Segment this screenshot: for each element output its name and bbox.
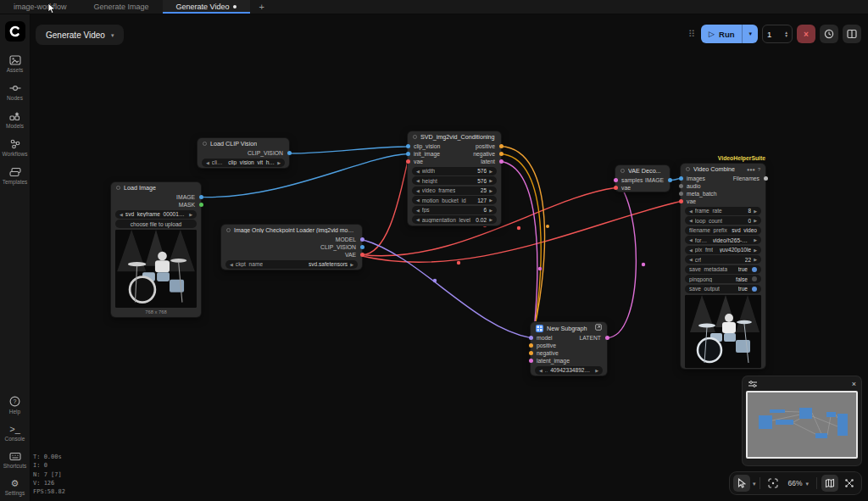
decrement-icon[interactable]: ◀	[689, 237, 693, 242]
fps-widget[interactable]: ◀ fps 6 ▶	[412, 206, 497, 214]
step-down-icon[interactable]: ▾	[785, 34, 787, 37]
video-preview[interactable]	[685, 295, 761, 368]
graph-canvas[interactable]: Generate Video ▾ ⠿ ▷ Run ▾ 1 ▴ ▾ ×	[31, 14, 868, 501]
decrement-icon[interactable]: ◀	[206, 160, 209, 165]
input-port-vae[interactable]	[406, 159, 410, 164]
node-new-subgraph[interactable]: New Subgraph model LATENT positive negat…	[531, 322, 607, 376]
decrement-icon[interactable]: ◀	[539, 368, 542, 373]
increment-icon[interactable]: ▶	[350, 262, 353, 267]
increment-icon[interactable]: ▶	[754, 257, 757, 262]
increment-icon[interactable]: ▶	[489, 208, 492, 213]
reroute-dot[interactable]	[517, 226, 520, 230]
comfyui-logo[interactable]	[5, 21, 25, 42]
increment-icon[interactable]: ▶	[754, 218, 757, 223]
collapse-dot[interactable]	[413, 135, 417, 139]
input-port-model[interactable]	[529, 336, 533, 340]
sidebar-item-templates[interactable]: Templates	[0, 162, 30, 190]
cancel-run-button[interactable]: ×	[797, 25, 815, 43]
collapse-dot[interactable]	[686, 167, 690, 171]
decrement-icon[interactable]: ◀	[689, 257, 693, 262]
frame-rate-widget[interactable]: ◀ frame_rate 8 ▶	[685, 207, 761, 215]
reroute-dot[interactable]	[457, 261, 460, 264]
decrement-icon[interactable]: ◀	[416, 208, 420, 213]
output-port-clip-vision[interactable]	[287, 151, 292, 155]
input-port-latent-image[interactable]	[529, 359, 533, 363]
output-port-vae[interactable]	[360, 253, 364, 257]
tab-image-workflow[interactable]: image-workflow	[0, 0, 81, 14]
increment-icon[interactable]: ▶	[595, 368, 598, 373]
input-port-samples[interactable]	[614, 178, 618, 182]
run-options-button[interactable]: ▾	[742, 25, 758, 43]
toggle-panel-button[interactable]	[843, 25, 861, 43]
node-video-combine[interactable]: VideoHelperSuite Video Combine ●●● ? ima…	[681, 164, 765, 369]
increment-icon[interactable]: ▶	[489, 178, 492, 183]
open-subgraph-icon[interactable]	[595, 324, 602, 332]
decrement-icon[interactable]: ◀	[689, 209, 693, 214]
decrement-icon[interactable]: ◀	[416, 178, 420, 183]
decrement-icon[interactable]: ◀	[416, 188, 420, 193]
collapse-dot[interactable]	[116, 186, 120, 190]
increment-icon[interactable]: ▶	[489, 169, 492, 174]
fit-view-button[interactable]	[765, 475, 782, 492]
minimap-close-icon[interactable]: ×	[852, 380, 856, 388]
node-help-icon[interactable]: ?	[758, 167, 760, 172]
tool-chevron-icon[interactable]: ▾	[753, 481, 756, 487]
input-port-vae[interactable]	[614, 186, 618, 190]
collapse-dot[interactable]	[203, 142, 207, 146]
new-tab-button[interactable]: +	[250, 0, 272, 14]
output-port-model[interactable]	[360, 237, 364, 242]
collapse-dot[interactable]	[226, 228, 231, 232]
tab-generate-video[interactable]: Generate Video	[163, 0, 251, 14]
save-output-toggle[interactable]: save_output true	[685, 285, 761, 293]
collapse-dot[interactable]	[620, 169, 625, 173]
tab-generate-image[interactable]: Generate Image	[81, 0, 163, 14]
select-tool-button[interactable]	[733, 475, 750, 492]
reroute-dot[interactable]	[546, 225, 549, 228]
sidebar-item-console[interactable]: >_ Console	[0, 420, 30, 447]
width-widget[interactable]: ◀ width 576 ▶	[412, 167, 497, 175]
input-port-audio[interactable]	[679, 184, 683, 188]
options-dots-icon[interactable]: ●●●	[747, 167, 755, 172]
node-load-image[interactable]: Load Image IMAGE MASK ◀ svd_keyframe_000…	[111, 182, 201, 317]
decrement-icon[interactable]: ◀	[120, 212, 123, 217]
clip-name-combo[interactable]: ◀ clip_na clip_vision_vit_h_14.bin ▶	[202, 159, 285, 167]
image-preview[interactable]	[115, 230, 197, 308]
output-port-latent[interactable]	[605, 336, 609, 340]
reroute-dot[interactable]	[433, 279, 437, 282]
sidebar-item-nodes[interactable]: Nodes	[0, 78, 30, 106]
output-port-positive[interactable]	[499, 144, 504, 148]
sidebar-item-models[interactable]: Models	[0, 106, 30, 134]
save-metadata-toggle[interactable]: save_metadata true	[685, 265, 761, 274]
output-port-latent[interactable]	[499, 159, 504, 164]
upload-button[interactable]: choose file to upload	[115, 220, 197, 228]
augmentation-widget[interactable]: ◀ augmentation_level 0.02 ▶	[412, 215, 497, 224]
increment-icon[interactable]: ▶	[489, 217, 492, 222]
sidebar-item-workflows[interactable]: Workflows	[0, 134, 30, 162]
increment-icon[interactable]: ▶	[189, 212, 192, 217]
increment-icon[interactable]: ▶	[754, 237, 757, 242]
minimap-viewport[interactable]	[746, 391, 858, 459]
seed-widget[interactable]: ◀ .. 409423348923259 ▶	[535, 366, 603, 375]
drag-handle-icon[interactable]: ⠿	[688, 29, 695, 40]
decrement-icon[interactable]: ◀	[416, 217, 420, 222]
output-port-clip-vision[interactable]	[360, 245, 364, 249]
input-port-vae[interactable]	[679, 199, 683, 203]
format-widget[interactable]: ◀ format video/h265-mp4 ▶	[685, 236, 761, 244]
output-port-mask[interactable]	[199, 203, 203, 207]
video-frames-widget[interactable]: ◀ video_frames 25 ▶	[412, 186, 497, 195]
pingpong-toggle[interactable]: pingpong false	[685, 275, 761, 283]
decrement-icon[interactable]: ◀	[689, 248, 693, 253]
increment-icon[interactable]: ▶	[277, 160, 281, 165]
decrement-icon[interactable]: ◀	[689, 218, 693, 223]
node-load-clip-vision[interactable]: Load CLIP Vision CLIP_VISION ◀ clip_na c…	[198, 138, 289, 168]
minimap-toggle-button[interactable]	[821, 475, 838, 492]
reroute-dot[interactable]	[642, 263, 645, 266]
ckpt-name-combo[interactable]: ◀ ckpt_name svd.safetensors ▶	[225, 260, 358, 269]
reroute-dot[interactable]	[538, 267, 542, 270]
input-port-meta-batch[interactable]	[679, 192, 683, 196]
run-button[interactable]: ▷ Run	[701, 25, 742, 43]
loop-count-widget[interactable]: ◀ loop_count 0 ▶	[685, 216, 761, 225]
sidebar-item-assets[interactable]: Assets	[0, 50, 30, 78]
batch-count-stepper[interactable]: 1 ▴ ▾	[762, 25, 793, 43]
node-vae-decode[interactable]: VAE Deco... samples IMAGE vae	[615, 165, 670, 192]
